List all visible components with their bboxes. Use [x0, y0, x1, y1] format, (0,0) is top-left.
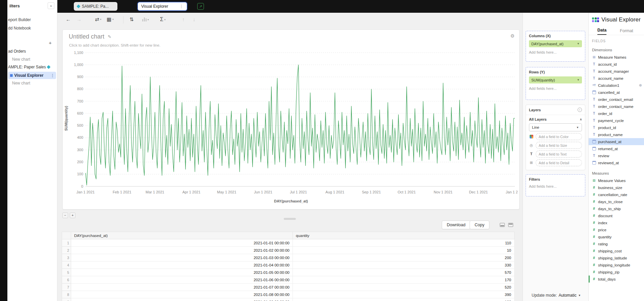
x-tick-label: Sep 1 2021 [362, 190, 381, 194]
field-item-measure-values[interactable]: ▤Measure Values [589, 177, 644, 184]
field-item-rating[interactable]: #rating [589, 240, 644, 247]
sidebar-item-new-chart-1[interactable]: New chart [12, 57, 30, 62]
pill-sum-quantity[interactable]: SUM(quantity) ▼ [529, 76, 582, 83]
field-item-business-size[interactable]: #business_size [589, 184, 644, 191]
drop-target-detail[interactable]: Add a field to Detail [536, 159, 582, 166]
field-item-quantity[interactable]: #quantity [589, 233, 644, 240]
field-item-shipping-longitude[interactable]: #shipping_longitude [589, 261, 644, 268]
field-item-order-contact-name[interactable]: Torder_contact_name [589, 103, 644, 110]
pill-day-purchased-at[interactable]: DAY(purchased_at) ▼ [529, 40, 582, 47]
drop-target-color[interactable]: Add a field to Color [536, 133, 582, 140]
mark-type-select[interactable]: Line ▼ [529, 123, 582, 131]
field-name: account_id [598, 62, 617, 66]
sidebar-item-bad-orders[interactable]: ad Orders [8, 49, 26, 54]
sidebar-item-paper-sales[interactable]: AMPLE: Paper Sales [8, 65, 50, 69]
edit-pencil-icon[interactable]: ✎ [108, 34, 111, 39]
view-mode-icon[interactable]: ▦▾ [107, 17, 114, 22]
sidebar-item-new-chart-2[interactable]: New chart [12, 81, 30, 85]
field-item-returned-at[interactable]: returned_at [589, 145, 644, 152]
row-number: 4 [62, 261, 71, 269]
field-item-cancellation-rate[interactable]: #cancellation_rate [589, 191, 644, 198]
encoding-drop-row: Add a field to Color [529, 133, 582, 140]
table-layout-full-icon[interactable] [508, 223, 513, 227]
field-item-total-days[interactable]: #total_days [589, 276, 644, 283]
rows-shelf[interactable]: Rows (Y) SUM(quantity) ▼ Add fields here… [526, 67, 585, 100]
chart-title[interactable]: Untitled chart ✎ [69, 33, 111, 40]
field-item-purchased-at[interactable]: purchased_at [589, 138, 644, 145]
columns-drop-placeholder[interactable]: Add fields here... [529, 50, 582, 54]
add-item-plus-icon[interactable]: + [49, 40, 52, 45]
kebab-menu-icon[interactable]: ⋮ [179, 4, 183, 9]
field-item-order-id[interactable]: Torder_id [589, 110, 644, 117]
x-tick-label: Jul 1 2021 [290, 190, 307, 194]
chart-description-placeholder[interactable]: Click to add chart description. Shift-en… [69, 43, 160, 47]
column-header-quantity: quantity [293, 232, 515, 239]
field-item-account-id[interactable]: Taccount_id [589, 61, 644, 68]
table-layout-split-icon[interactable] [500, 223, 505, 227]
undo-back-icon[interactable]: ← [66, 17, 71, 22]
field-item-shipping-cost[interactable]: #shipping_cost [589, 247, 644, 254]
sidebar-item-add-notebook[interactable]: dd Notebook [8, 26, 31, 31]
all-layers-row[interactable]: All Layers ∧ [529, 117, 582, 121]
zoom-out-button[interactable]: − [62, 213, 68, 218]
field-item-product-name[interactable]: Tproduct_name [589, 131, 644, 138]
field-item-order-contact-email[interactable]: Torder_contact_email [589, 96, 644, 103]
field-item-review[interactable]: Treview [589, 152, 644, 159]
download-button[interactable]: Download [442, 221, 471, 229]
field-item-payment-cycle[interactable]: Tpayment_cycle [589, 117, 644, 124]
copy-button[interactable]: Copy [470, 221, 489, 229]
chart-settings-gear-icon[interactable]: ⚙ [510, 33, 515, 39]
pivot-icon[interactable]: ⇅ [129, 17, 134, 22]
info-icon[interactable]: i [578, 108, 582, 112]
chevron-up-icon[interactable]: ∧ [580, 118, 582, 121]
field-name: Measure Values [598, 179, 626, 183]
field-item-account-name[interactable]: Taccount_name [589, 75, 644, 82]
field-item-discount[interactable]: #discount [589, 212, 644, 219]
field-name: index [598, 221, 607, 225]
cell-date: 2021-01-05 00:00:00 [71, 269, 293, 276]
field-item-price[interactable]: #price [589, 226, 644, 233]
text-field-icon: T [591, 119, 597, 122]
swap-axes-icon[interactable]: ⇄▾ [95, 17, 101, 22]
chevron-down-icon[interactable]: ▼ [577, 78, 580, 81]
field-item-cancelled-at[interactable]: cancelled_at [589, 89, 644, 96]
filters-shelf[interactable]: Filters Add fields here... [526, 174, 585, 196]
aggregate-sigma-icon[interactable]: Σ▾ [160, 17, 165, 22]
field-item-account-manager[interactable]: Taccount_manager [589, 68, 644, 75]
field-item-product-id[interactable]: Tproduct_id [589, 124, 644, 131]
zoom-in-button[interactable]: + [70, 213, 75, 218]
tab-data[interactable]: Data [597, 28, 606, 35]
drop-target-size[interactable]: Add a field to Size [536, 142, 582, 149]
tab-format[interactable]: Format [620, 28, 633, 35]
filters-drop-placeholder[interactable]: Add fields here... [529, 184, 582, 188]
chevron-down-icon[interactable]: ▼ [577, 42, 580, 45]
rows-drop-placeholder[interactable]: Add fields here... [529, 86, 582, 91]
columns-shelf[interactable]: Columns (X) DAY(purchased_at) ▼ Add fiel… [526, 31, 585, 62]
field-item-days-to-ship[interactable]: #days_to_ship [589, 205, 644, 212]
share-export-icon[interactable]: ↗ [197, 3, 204, 10]
kebab-menu-icon[interactable]: ⋮ [51, 73, 54, 78]
field-item-index[interactable]: #index [589, 219, 644, 226]
chevron-down-icon[interactable]: ▼ [578, 294, 581, 297]
sidebar-item-report-builder[interactable]: eport Builder [8, 17, 31, 22]
field-item-measure-names[interactable]: ▤Measure Names [589, 54, 644, 61]
field-item-shipping-zip[interactable]: #shipping_zip [589, 268, 644, 276]
tab-sample-paper-sales[interactable]: SAMPLE: Pa... [74, 2, 117, 11]
field-item-shipping-latitude[interactable]: #shipping_latitude [589, 254, 644, 261]
update-mode-select[interactable]: Automatic [558, 293, 576, 298]
cell-quantity: 170 [293, 276, 515, 284]
sidebar-item-label: New chart [12, 81, 30, 85]
number-field-icon: # [591, 256, 597, 260]
field-item-days-to-close[interactable]: #days_to_close [589, 198, 644, 205]
sidebar-item-visual-explorer[interactable]: ▦ Visual Explorer ⋮ [8, 72, 56, 79]
encoding-drop-row: TAdd a field to Text [529, 150, 582, 158]
sidebar-item-label: AMPLE: Paper Sales [8, 65, 46, 69]
cell-quantity: 200 [293, 254, 515, 261]
tab-visual-explorer[interactable]: Visual Explorer ⋮ [138, 2, 187, 11]
panel-resize-handle[interactable] [284, 218, 296, 220]
collapse-sidebar-icon[interactable]: « [48, 2, 54, 9]
field-item-calculation1[interactable]: =TCalculation1⊕ [589, 82, 644, 89]
field-item-reviewed-at[interactable]: reviewed_at [589, 159, 644, 166]
drop-target-text[interactable]: Add a field to Text [536, 150, 582, 158]
pill-label: DAY(purchased_at) [531, 42, 564, 46]
